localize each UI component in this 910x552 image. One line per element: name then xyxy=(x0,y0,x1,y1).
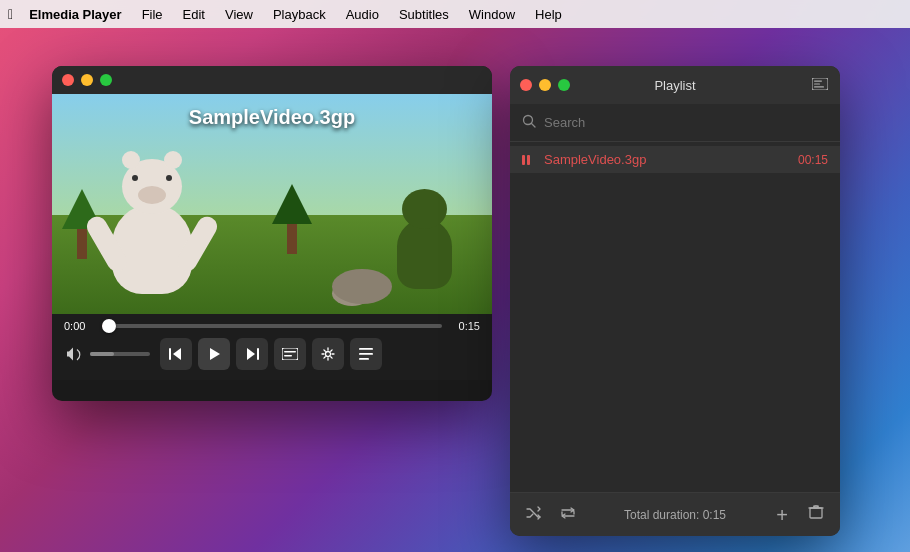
shuffle-icon xyxy=(526,506,542,520)
video-titlebar xyxy=(52,66,492,94)
progress-track[interactable] xyxy=(102,324,442,328)
svg-rect-6 xyxy=(359,348,373,350)
playlist-icon xyxy=(359,348,373,360)
playlist-minimize-button[interactable] xyxy=(539,79,551,91)
playlist-window: Playlist xyxy=(510,66,840,536)
playlist-titlebar: Playlist xyxy=(510,66,840,104)
repeat-button[interactable] xyxy=(556,506,580,523)
svg-rect-3 xyxy=(284,351,296,353)
player-controls: 0:00 0:15 xyxy=(52,314,492,380)
svg-rect-12 xyxy=(814,86,824,87)
next-button[interactable] xyxy=(236,338,268,370)
file-menu[interactable]: File xyxy=(134,5,171,24)
apple-menu[interactable]:  xyxy=(8,6,13,22)
shuffle-button[interactable] xyxy=(522,506,546,523)
audio-menu[interactable]: Audio xyxy=(338,5,387,24)
bear-ear-right xyxy=(164,151,182,169)
app-name-menu[interactable]: Elmedia Player xyxy=(21,5,130,24)
playlist-view-toggle-icon[interactable] xyxy=(812,77,828,93)
svg-rect-15 xyxy=(810,508,822,518)
bear-ear-left xyxy=(122,151,140,169)
bear-character xyxy=(112,204,192,294)
repeat-icon xyxy=(560,506,576,520)
playlist-item-name: SampleVideo.3gp xyxy=(544,152,790,167)
video-player-window: SampleVideo.3gp 0:00 0:15 xyxy=(52,66,492,401)
minimize-button[interactable] xyxy=(81,74,93,86)
bear-head xyxy=(122,159,182,214)
desktop: SampleVideo.3gp 0:00 0:15 xyxy=(0,28,910,552)
playlist-close-button[interactable] xyxy=(520,79,532,91)
playing-indicator xyxy=(522,155,536,165)
window-menu[interactable]: Window xyxy=(461,5,523,24)
bear-eye-right xyxy=(166,175,172,181)
view-mode-icon xyxy=(812,78,828,90)
search-bar xyxy=(510,104,840,142)
magnifier-icon xyxy=(522,114,536,128)
total-duration-label: Total duration: 0:15 xyxy=(590,508,760,522)
search-input[interactable] xyxy=(544,115,828,130)
rock-1 xyxy=(332,269,392,304)
previous-button[interactable] xyxy=(160,338,192,370)
progress-thumb[interactable] xyxy=(102,319,116,333)
total-time: 0:15 xyxy=(450,320,480,332)
svg-rect-11 xyxy=(814,83,820,84)
svg-rect-8 xyxy=(359,358,369,360)
subtitles-button[interactable] xyxy=(274,338,306,370)
trash-icon xyxy=(808,504,824,520)
svg-rect-7 xyxy=(359,353,373,355)
bear-snout xyxy=(138,186,166,204)
playlist-footer: Total duration: 0:15 + xyxy=(510,492,840,536)
settings-button[interactable] xyxy=(312,338,344,370)
playlist-list: SampleVideo.3gp 00:15 xyxy=(510,142,840,492)
playlist-toggle-button[interactable] xyxy=(350,338,382,370)
search-icon xyxy=(522,114,536,131)
volume-fill xyxy=(90,352,114,356)
menubar:  Elmedia Player File Edit View Playback… xyxy=(0,0,910,28)
remove-item-button[interactable] xyxy=(804,504,828,525)
playlist-traffic-lights xyxy=(520,79,570,91)
subtitles-menu[interactable]: Subtitles xyxy=(391,5,457,24)
play-pause-button[interactable] xyxy=(198,338,230,370)
video-title: SampleVideo.3gp xyxy=(189,106,355,129)
svg-rect-4 xyxy=(284,355,292,357)
creature-body xyxy=(397,219,452,289)
gear-icon xyxy=(321,347,335,361)
volume-icon xyxy=(67,347,83,361)
add-item-button[interactable]: + xyxy=(770,505,794,525)
controls-row xyxy=(64,338,480,370)
svg-rect-10 xyxy=(814,81,822,82)
playlist-title: Playlist xyxy=(654,78,695,93)
svg-line-14 xyxy=(532,124,536,128)
tree-2 xyxy=(272,184,312,254)
subtitles-icon xyxy=(282,348,298,360)
skip-forward-icon xyxy=(245,347,259,361)
help-menu[interactable]: Help xyxy=(527,5,570,24)
progress-row: 0:00 0:15 xyxy=(64,320,480,332)
video-area: SampleVideo.3gp xyxy=(52,94,492,314)
volume-button[interactable] xyxy=(64,343,86,365)
close-button[interactable] xyxy=(62,74,74,86)
creature-character xyxy=(397,219,452,289)
svg-rect-20 xyxy=(814,506,818,508)
skip-back-icon xyxy=(169,347,183,361)
svg-rect-2 xyxy=(282,348,298,360)
svg-point-5 xyxy=(326,352,331,357)
maximize-button[interactable] xyxy=(100,74,112,86)
list-item[interactable]: SampleVideo.3gp 00:15 xyxy=(510,146,840,173)
edit-menu[interactable]: Edit xyxy=(175,5,213,24)
volume-section xyxy=(64,343,150,365)
creature-head xyxy=(402,189,447,229)
bear-eye-left xyxy=(132,175,138,181)
playback-menu[interactable]: Playback xyxy=(265,5,334,24)
volume-track[interactable] xyxy=(90,352,150,356)
current-time: 0:00 xyxy=(64,320,94,332)
svg-rect-0 xyxy=(169,348,171,360)
svg-rect-1 xyxy=(257,348,259,360)
playlist-item-duration: 00:15 xyxy=(798,153,828,167)
play-icon xyxy=(207,347,221,361)
playlist-maximize-button[interactable] xyxy=(558,79,570,91)
view-menu[interactable]: View xyxy=(217,5,261,24)
